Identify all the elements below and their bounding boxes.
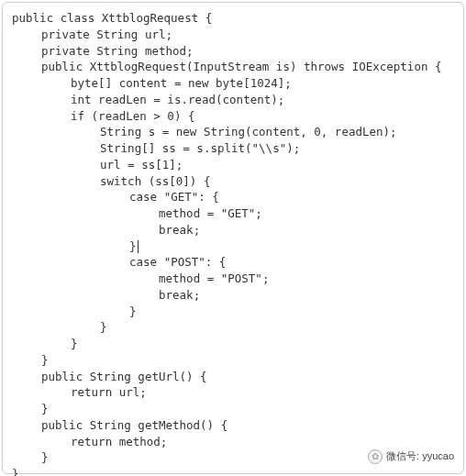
code-line: method = "GET"; [12, 205, 454, 222]
code-line: } [12, 304, 454, 320]
watermark: ✿ 微信号: yyucao [368, 449, 454, 464]
code-line: break; [12, 287, 454, 304]
wechat-icon: ✿ [368, 449, 383, 464]
code-line: } [12, 466, 454, 476]
code-line: String s = new String(content, 0, readLe… [12, 124, 454, 140]
code-line: public class XttblogRequest { [12, 10, 454, 27]
code-line: } [12, 336, 454, 352]
code-line: } [12, 401, 454, 417]
code-line: case "POST": { [12, 254, 454, 271]
code-line: private String url; [12, 27, 454, 43]
code-line: String[] ss = s.split("\\s"); [12, 140, 454, 157]
code-line: public String getMethod() { [12, 417, 454, 434]
code-line: return url; [12, 384, 454, 401]
watermark-text: 微信号: yyucao [386, 449, 454, 464]
code-block: public class XttblogRequest {private Str… [12, 10, 454, 476]
code-line: return method; [12, 434, 454, 450]
code-line: switch (ss[0]) { [12, 173, 454, 190]
code-line: byte[] content = new byte[1024]; [12, 75, 454, 92]
code-line: private String method; [12, 43, 454, 60]
code-line: public XttblogRequest(InputStream is) th… [12, 59, 454, 75]
code-line: method = "POST"; [12, 271, 454, 287]
code-line: url = ss[1]; [12, 157, 454, 173]
code-line: break; [12, 222, 454, 238]
code-line: case "GET": { [12, 189, 454, 205]
code-snippet-container: public class XttblogRequest {private Str… [2, 2, 464, 474]
code-line: } [12, 352, 454, 369]
code-line: } [12, 238, 454, 255]
code-line: int readLen = is.read(content); [12, 92, 454, 108]
code-line: public String getUrl() { [12, 369, 454, 385]
code-line: if (readLen > 0) { [12, 108, 454, 125]
code-line: } [12, 319, 454, 336]
